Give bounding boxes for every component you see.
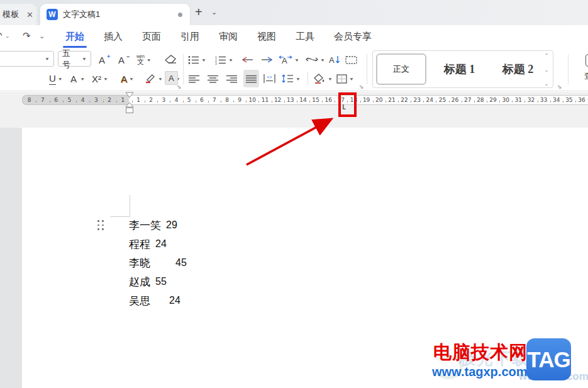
menu-tools[interactable]: 工具 [294, 31, 316, 43]
ruler-number: 20 [373, 97, 386, 103]
ruler-number: 11 [258, 97, 271, 103]
ruler-number: 15 [309, 97, 322, 103]
ruler-margin-segment[interactable]: 87654321 [22, 95, 129, 105]
show-marks-button[interactable] [345, 51, 357, 69]
ruler-number: 16 [322, 97, 335, 103]
redo-icon[interactable]: ↷ [23, 30, 31, 42]
menu-view[interactable]: 视图 [256, 31, 277, 43]
text-line[interactable]: 程程 24 [129, 235, 187, 253]
text-direction-button[interactable]: ▼ [306, 51, 325, 69]
paint-bucket-icon [313, 74, 326, 84]
menu-page[interactable]: 页面 [141, 31, 162, 43]
styles-scroll-down-icon[interactable]: ⌄ [545, 67, 549, 73]
undo-icon[interactable]: ↶ [0, 30, 3, 42]
quickbar-more-icon[interactable]: ⌄ [39, 32, 45, 40]
char-scale-button[interactable]: A ▼ [279, 51, 299, 69]
svg-text:<>: <> [267, 75, 272, 79]
tab-document[interactable]: W 文字文稿1 [40, 4, 190, 25]
style-heading2[interactable]: 标题 2 [491, 53, 545, 85]
find-replace-button[interactable]: 查找 [574, 52, 588, 87]
bullet-list-icon [188, 55, 199, 65]
document-title: 文字文稿1 [63, 9, 178, 20]
decrease-indent-icon [242, 55, 253, 64]
line-spacing-button[interactable]: ▼ [282, 70, 301, 87]
distribute-icon: <> [263, 74, 275, 83]
char-scale-icon: A [279, 55, 292, 65]
align-center-button[interactable] [208, 70, 218, 87]
menu-member[interactable]: 会员专享 [333, 31, 373, 43]
sort-button[interactable]: A [329, 51, 340, 69]
styles-dialog-launcher-icon[interactable]: ⇘ [557, 84, 562, 90]
align-left-icon [189, 75, 199, 83]
format-marks-icon [345, 56, 357, 64]
menu-insert[interactable]: 插入 [103, 31, 124, 43]
ruler-number: 8 [221, 97, 233, 103]
text-line[interactable]: 李晓 45 [129, 253, 187, 272]
tab-template-label: 模板 [3, 9, 19, 20]
ruler-number: 6 [50, 97, 63, 103]
tab-template[interactable]: 模板 ✕ [0, 4, 36, 25]
ruler-number: 7 [36, 97, 49, 103]
menu-reference[interactable]: 引用 [179, 31, 201, 43]
new-tab-button[interactable]: + [195, 5, 202, 19]
paragraph-drag-handle-icon[interactable] [97, 220, 105, 231]
svg-text:3: 3 [215, 62, 217, 65]
borders-button[interactable]: ▼ [336, 70, 354, 87]
bullet-list-button[interactable]: ▼ [188, 51, 206, 69]
increase-indent-icon [261, 55, 272, 64]
menu-review[interactable]: 审阅 [218, 31, 239, 43]
sort-icon: A [329, 55, 340, 65]
chevron-down-icon: ▼ [328, 76, 333, 80]
ruler-number: 9 [233, 97, 246, 103]
ruler-number: 31 [512, 97, 524, 103]
ruler-number: 35 [563, 97, 575, 103]
style-heading1[interactable]: 标题 1 [433, 53, 486, 85]
ruler-number: 23 [411, 97, 423, 103]
numbered-list-button[interactable]: 123 ▼ [215, 51, 233, 69]
distribute-button[interactable]: <> [263, 70, 275, 87]
tab-list-chevron-icon[interactable]: ⌄ [211, 8, 217, 16]
ruler-number: 5 [63, 97, 76, 103]
styles-gallery: 正文 标题 1 标题 2 ⌃ ⌄ ⌄ [372, 50, 553, 88]
divider [367, 54, 367, 84]
border-grid-icon [336, 74, 347, 84]
ruler-number: 36 [575, 97, 588, 103]
close-tab-icon[interactable]: ✕ [26, 10, 33, 19]
align-right-button[interactable] [226, 70, 237, 87]
text-line[interactable]: 赵成 55 [129, 272, 187, 291]
swap-direction-icon [306, 55, 318, 64]
decrease-indent-button[interactable] [242, 51, 253, 69]
align-left-button[interactable] [189, 70, 199, 87]
style-normal[interactable]: 正文 [376, 53, 426, 85]
text-line[interactable]: 吴思 24 [129, 291, 187, 310]
menu-bar: ↶ ⌄ ↷ ⌄ 开始 插入 页面 引用 审阅 视图 工具 会员专享 [0, 25, 588, 48]
watermark-site-url: www.tagxp.com [432, 365, 528, 379]
ruler-number: 32 [524, 97, 537, 103]
hanging-indent-marker[interactable] [125, 102, 134, 114]
menu-items: 开始 插入 页面 引用 审阅 视图 工具 会员专享 [64, 31, 373, 43]
align-right-icon [226, 75, 237, 83]
justify-icon [246, 75, 257, 83]
chevron-down-icon: ▼ [349, 76, 354, 80]
styles-more-icon[interactable]: ⌄ [545, 81, 549, 87]
justify-button[interactable] [243, 70, 259, 87]
text-line[interactable]: 李一笑 29 [129, 216, 187, 235]
menu-home[interactable]: 开始 [64, 31, 86, 43]
undo-dropdown-icon[interactable]: ⌄ [5, 33, 10, 39]
ruler-number: 33 [538, 97, 550, 103]
numbered-list-icon: 123 [215, 55, 226, 65]
paragraph-dialog-launcher-icon[interactable]: ⇘ [359, 84, 364, 90]
ruler-number: 2 [103, 97, 116, 103]
document-text[interactable]: 李一笑 29 程程 24 李晓 45 赵成 55 吴思 24 [129, 216, 187, 310]
ruler-number: 13 [284, 97, 297, 103]
ruler-page-segment[interactable]: 1234567891011121314151617181920212223242… [129, 95, 588, 105]
increase-indent-button[interactable] [261, 51, 272, 69]
shading-button[interactable]: ▼ [313, 70, 333, 87]
first-line-indent-marker[interactable] [125, 92, 134, 98]
wps-writer-window: 模板 ✕ W 文字文稿1 + ⌄ ↶ ⌄ ↷ ⌄ 开始 插入 页面 引用 审阅 … [0, 0, 588, 388]
ruler-number: 12 [272, 97, 284, 103]
align-center-icon [208, 75, 218, 83]
styles-scroll-up-icon[interactable]: ⌃ [545, 53, 549, 58]
ruler-number: 1 [132, 97, 145, 103]
ruler-number: 3 [157, 97, 170, 103]
